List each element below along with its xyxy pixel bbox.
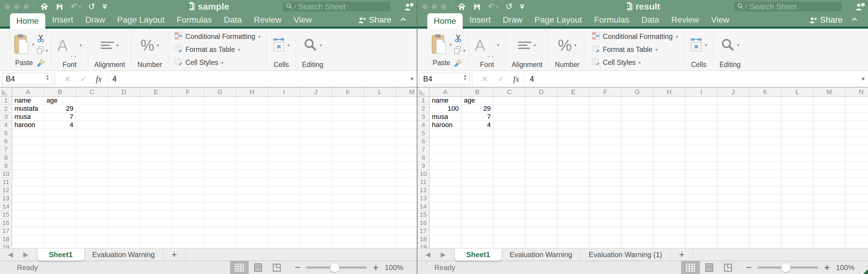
cell-B8[interactable] [44, 154, 76, 162]
cell-B19[interactable] [44, 243, 76, 248]
cell-J7[interactable] [300, 146, 332, 154]
zoom-slider-thumb[interactable] [781, 263, 790, 272]
cell-I13[interactable] [685, 194, 717, 203]
cell-H4[interactable] [653, 121, 685, 129]
cell-G5[interactable] [204, 129, 236, 137]
cell-K18[interactable] [749, 235, 781, 243]
cell-M9[interactable] [396, 162, 417, 170]
cell-L2[interactable] [781, 105, 813, 113]
cell-C13[interactable] [493, 194, 525, 203]
cell-H16[interactable] [653, 219, 685, 227]
column-header-C[interactable]: C [76, 88, 108, 97]
page-break-view-button[interactable] [268, 261, 286, 274]
cell-J14[interactable] [300, 203, 332, 211]
cell-L18[interactable] [781, 235, 813, 243]
cell-C16[interactable] [493, 219, 525, 227]
cell-I7[interactable] [268, 146, 300, 154]
cell-F15[interactable] [172, 211, 204, 219]
cell-G6[interactable] [621, 137, 653, 146]
number-dropdown-icon[interactable]: ▾ [157, 42, 159, 48]
cell-F16[interactable] [172, 219, 204, 227]
cell-C10[interactable] [76, 170, 108, 178]
cell-E15[interactable] [557, 211, 589, 219]
cell-B1[interactable]: age [462, 97, 493, 105]
undo-icon[interactable]: ↶▾ [71, 2, 81, 11]
cell-G9[interactable] [621, 162, 653, 170]
cell-C1[interactable] [493, 97, 525, 105]
cell-I9[interactable] [268, 162, 300, 170]
cell-J3[interactable] [717, 113, 749, 121]
tab-page-layout[interactable]: Page Layout [112, 13, 169, 27]
cell-G13[interactable] [621, 194, 653, 203]
cell-C18[interactable] [493, 235, 525, 243]
cell-L15[interactable] [364, 211, 396, 219]
cell-F17[interactable] [589, 227, 621, 235]
cell-F9[interactable] [172, 162, 204, 170]
cell-F6[interactable] [172, 137, 204, 146]
row-header-3[interactable]: 3 [0, 113, 12, 121]
cell-E8[interactable] [140, 154, 172, 162]
cell-E4[interactable] [140, 121, 172, 129]
cell-L15[interactable] [781, 211, 813, 219]
row-header-19[interactable]: 19 [417, 243, 430, 248]
row-header-9[interactable]: 9 [0, 162, 12, 170]
cell-H12[interactable] [653, 186, 685, 194]
editing-group[interactable]: ▾ Editing [713, 29, 747, 71]
cell-C7[interactable] [76, 146, 108, 154]
cell-H14[interactable] [653, 203, 685, 211]
cell-K15[interactable] [749, 211, 781, 219]
cell-H4[interactable] [236, 121, 268, 129]
cell-K7[interactable] [749, 146, 781, 154]
cell-E17[interactable] [140, 227, 172, 235]
cell-G19[interactable] [621, 243, 653, 248]
cell-C2[interactable] [493, 105, 525, 113]
row-header-19[interactable]: 19 [0, 243, 12, 248]
cell-D16[interactable] [525, 219, 557, 227]
alignment-group[interactable]: ▾ Alignment [505, 29, 548, 71]
cell-J2[interactable] [717, 105, 749, 113]
cell-L4[interactable] [364, 121, 396, 129]
cell-G7[interactable] [204, 146, 236, 154]
cell-F10[interactable] [172, 170, 204, 178]
row-header-9[interactable]: 9 [417, 162, 430, 170]
cell-H8[interactable] [653, 154, 685, 162]
cell-A16[interactable] [430, 219, 462, 227]
cell-E1[interactable] [557, 97, 589, 105]
cell-B10[interactable] [462, 170, 493, 178]
cell-H1[interactable] [653, 97, 685, 105]
cell-K14[interactable] [749, 203, 781, 211]
row-header-10[interactable]: 10 [0, 170, 12, 178]
cell-N2[interactable] [845, 105, 868, 113]
conditional-formatting-button[interactable]: Conditional Formatting ▾ [592, 32, 678, 42]
zoom-slider[interactable] [757, 267, 818, 269]
cell-J7[interactable] [717, 146, 749, 154]
tab-review[interactable]: Review [249, 13, 287, 27]
cell-L2[interactable] [364, 105, 396, 113]
cell-K16[interactable] [332, 219, 364, 227]
cell-F18[interactable] [172, 235, 204, 243]
cell-M17[interactable] [813, 227, 845, 235]
cell-C18[interactable] [76, 235, 108, 243]
cell-A17[interactable] [12, 227, 44, 235]
cell-B17[interactable] [44, 227, 76, 235]
cell-G6[interactable] [204, 137, 236, 146]
alignment-dropdown-icon[interactable]: ▾ [534, 42, 536, 48]
cell-J1[interactable] [300, 97, 332, 105]
cell-C7[interactable] [493, 146, 525, 154]
cell-K19[interactable] [332, 243, 364, 248]
normal-view-button[interactable] [230, 261, 249, 274]
tab-view[interactable]: View [288, 13, 317, 27]
cell-F8[interactable] [589, 154, 621, 162]
zoom-slider[interactable] [306, 267, 367, 269]
cell-G9[interactable] [204, 162, 236, 170]
cell-B16[interactable] [44, 219, 76, 227]
cell-I2[interactable] [268, 105, 300, 113]
cell-D12[interactable] [108, 186, 140, 194]
cell-B2[interactable]: 29 [462, 105, 493, 113]
cell-B15[interactable] [462, 211, 493, 219]
undo-icon[interactable]: ↶▾ [488, 2, 498, 11]
cell-A2[interactable]: 100 [430, 105, 462, 113]
cell-A18[interactable] [12, 235, 44, 243]
sheet-tab-evaluation-warning-1[interactable]: Evaluation Warning (1) [581, 248, 671, 261]
cell-K6[interactable] [749, 137, 781, 146]
